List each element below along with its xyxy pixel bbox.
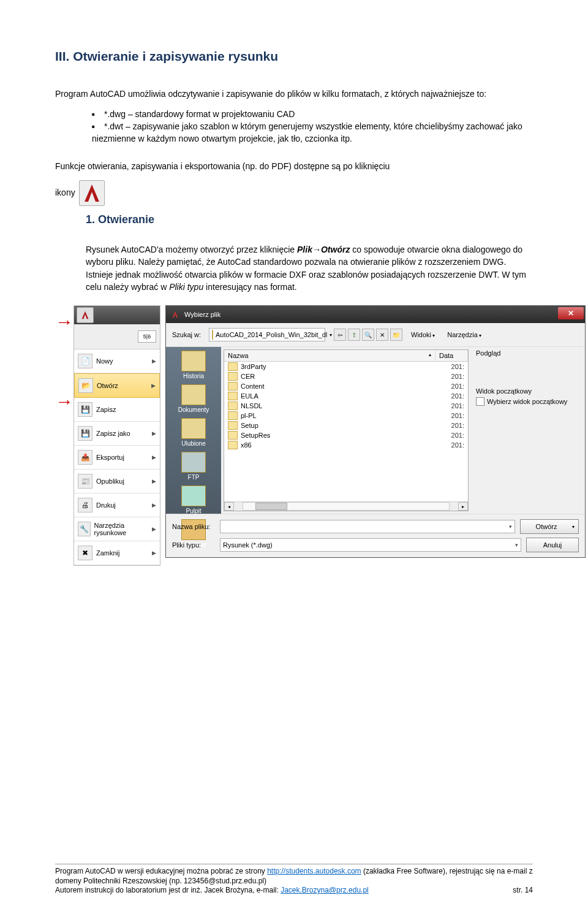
icon-line-prefix: ikony (55, 188, 78, 197)
new-folder-icon[interactable]: 📁 (390, 329, 402, 341)
autodesk-students-link[interactable]: http://students.autodesk.com (267, 867, 361, 875)
autocad-app-icon (79, 180, 105, 206)
section-1-heading: 1. Otwieranie (86, 213, 533, 226)
place-fav[interactable]: Ulubione (166, 418, 221, 447)
search-in-label: Szukaj w: (172, 331, 204, 338)
file-row[interactable]: Setup201: (224, 421, 468, 430)
file-row[interactable]: CER201: (224, 371, 468, 381)
filename-label: Nazwa pliku: (172, 523, 215, 530)
red-arrow-icon: → (55, 392, 74, 411)
appmenu-item-zamknij[interactable]: ✖Zamknij▶ (74, 541, 160, 565)
autocad-logo-icon (170, 309, 181, 320)
appmenu-item-nowy[interactable]: 📄Nowy▶ (74, 349, 160, 373)
place-icon (181, 351, 206, 371)
app-menu-topbar (74, 306, 160, 324)
dialog-bottom: Nazwa pliku: Otwórz Pliki typu: Rysunek … (166, 514, 585, 557)
menu-item-label: Zapisz jako (96, 430, 130, 437)
filetype-dropdown[interactable]: Rysunek (*.dwg) (220, 538, 521, 552)
back-icon[interactable]: ⇦ (334, 329, 346, 341)
menu-item-label: Narzędzia rysunkowe (94, 522, 148, 536)
file-row[interactable]: EULA201: (224, 391, 468, 401)
folder-icon (228, 372, 238, 381)
initial-view-checkbox[interactable] (476, 397, 484, 406)
icon-line: ikony (55, 180, 533, 206)
autocad-app-menu: 5|6 📄Nowy▶📂Otwórz▶💾Zapisz💾Zapisz jako▶📤E… (74, 305, 160, 566)
preview-pane: Podgląd Widok początkowy Wybierz widok p… (471, 347, 585, 514)
col-date-header[interactable]: Data (435, 350, 468, 361)
folder-icon (228, 402, 238, 410)
chevron-right-icon: ▶ (152, 550, 156, 556)
place-icon (181, 418, 206, 439)
menu-item-icon: 💾 (78, 402, 92, 417)
preview-subtitle: Widok początkowy (476, 387, 580, 395)
open-button[interactable]: Otwórz (520, 519, 579, 534)
folder-icon (228, 411, 238, 420)
chevron-right-icon: ▶ (151, 383, 156, 389)
menu-item-label: Opublikuj (96, 478, 124, 485)
file-row[interactable]: x86201: (224, 440, 468, 450)
scroll-left-icon[interactable]: ◂ (224, 502, 234, 511)
page-title: III. Otwieranie i zapisywanie rysunku (55, 49, 533, 64)
place-ftp[interactable]: FTP (166, 452, 221, 481)
place-desk[interactable]: Pulpit (166, 486, 221, 514)
format-item-dwg: *.dwg – standardowy format w projektowan… (92, 108, 533, 120)
appmenu-item-narzędzia-rysunkowe[interactable]: 🔧Narzędzia rysunkowe▶ (74, 517, 160, 541)
cancel-button[interactable]: Anuluj (526, 538, 579, 552)
autocad-a-button[interactable] (77, 307, 94, 323)
search-tool-icon[interactable]: 🔍 (362, 329, 374, 341)
file-row[interactable]: Content201: (224, 381, 468, 391)
preview-title: Podgląd (476, 349, 580, 357)
folder-icon (228, 431, 238, 440)
path-dropdown[interactable]: AutoCAD_2014_Polish_Win_32bit_dl ▾ (209, 328, 325, 341)
appmenu-item-opublikuj[interactable]: 📰Opublikuj▶ (74, 470, 160, 493)
chevron-right-icon: ▶ (152, 430, 156, 436)
red-arrow-icon: → (55, 313, 74, 331)
horizontal-scrollbar[interactable]: ◂ ▸ (224, 501, 468, 511)
page-footer: Program AutoCAD w wersji edukacyjnej moż… (55, 864, 533, 896)
delete-icon[interactable]: ✕ (376, 329, 388, 341)
menu-item-label: Otwórz (97, 382, 118, 389)
menu-item-icon: 🖨 (78, 498, 92, 512)
menu-item-label: Drukuj (96, 501, 116, 509)
up-icon[interactable]: ⇧ (348, 329, 360, 341)
menu-item-icon: 💾 (78, 426, 92, 441)
place-icon (181, 384, 206, 405)
appmenu-item-zapisz-jako[interactable]: 💾Zapisz jako▶ (74, 422, 160, 446)
folder-icon (228, 392, 238, 400)
menu-item-icon: 📰 (78, 474, 92, 489)
filename-input[interactable] (220, 520, 515, 533)
file-row[interactable]: NLSDL201: (224, 401, 468, 411)
file-list: Nazwa ▴ Data 3rdParty201:CER201:Content2… (224, 349, 469, 511)
place-hist[interactable]: Historia (166, 351, 221, 379)
menu-item-label: Eksportuj (96, 454, 124, 461)
scroll-right-icon[interactable]: ▸ (458, 502, 468, 511)
toolbar-icons: ⇦ ⇧ 🔍 ✕ 📁 (334, 329, 402, 341)
close-button[interactable]: ✕ (558, 307, 584, 319)
views-dropdown[interactable]: Widoki (407, 331, 439, 338)
appmenu-item-eksportuj[interactable]: 📤Eksportuj▶ (74, 446, 160, 470)
place-docs[interactable]: Dokumenty (166, 384, 221, 413)
functions-paragraph: Funkcje otwierania, zapisywania i ekspor… (55, 161, 533, 173)
appmenu-item-drukuj[interactable]: 🖨Drukuj▶ (74, 493, 160, 517)
file-row[interactable]: SetupRes201: (224, 430, 468, 440)
filetype-label: Pliki typu: (172, 541, 215, 549)
file-row[interactable]: 3rdParty201: (224, 362, 468, 371)
page-number: str. 14 (513, 886, 533, 896)
app-menu-spacer: 5|6 (74, 324, 160, 349)
initial-view-checkbox-row: Wybierz widok początkowy (476, 397, 580, 406)
dialog-toolbar: Szukaj w: AutoCAD_2014_Polish_Win_32bit_… (166, 323, 585, 346)
app-menu-mini-button[interactable]: 5|6 (138, 330, 156, 343)
places-sidebar: HistoriaDokumentyUlubioneFTPPulpitBuzzsa… (166, 347, 221, 514)
folder-icon (228, 441, 238, 449)
appmenu-item-otwórz[interactable]: 📂Otwórz▶ (74, 373, 160, 398)
menu-item-icon: 📂 (78, 378, 93, 393)
tools-dropdown[interactable]: Narzędzia (443, 331, 485, 338)
folder-icon (228, 421, 238, 430)
appmenu-item-zapisz[interactable]: 💾Zapisz (74, 398, 160, 422)
format-item-dwt: *.dwt – zapisywanie jako szablon w który… (92, 120, 533, 145)
col-name-header[interactable]: Nazwa ▴ (224, 350, 435, 361)
place-icon (181, 486, 206, 506)
chevron-right-icon: ▶ (152, 502, 156, 508)
file-row[interactable]: pl-PL201: (224, 411, 468, 421)
author-email-link[interactable]: Jacek.Brozyna@prz.edu.pl (281, 886, 369, 894)
